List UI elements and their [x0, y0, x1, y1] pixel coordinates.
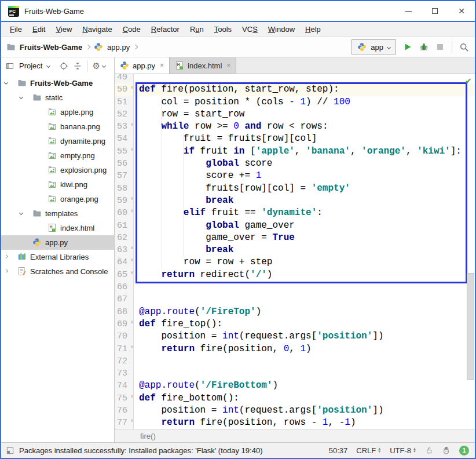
line-number[interactable]: 66: [115, 281, 134, 293]
line-number[interactable]: 58: [115, 183, 134, 195]
code-line-49[interactable]: 49: [115, 74, 475, 83]
tree-item-banana-png[interactable]: banana.png: [1, 119, 114, 134]
check-icon[interactable]: ✔: [464, 76, 472, 86]
code-line-50[interactable]: 50∨def fire(position, start_row, step):: [115, 83, 475, 96]
chevron-down-icon[interactable]: [19, 95, 23, 99]
fold-marker-icon[interactable]: ∧: [129, 245, 135, 251]
vertical-scrollbar[interactable]: [467, 273, 474, 380]
tree-item-external-libraries[interactable]: External Libraries: [1, 250, 114, 264]
fold-marker-icon[interactable]: ∧: [129, 270, 135, 276]
gear-dropdown-arrow-icon[interactable]: [102, 64, 106, 68]
tree-item-orange-png[interactable]: orange.png: [1, 192, 114, 206]
code-line-64[interactable]: 64∧ row = row + step: [115, 256, 475, 268]
line-number[interactable]: 71∧: [115, 343, 134, 355]
chevron-down-icon[interactable]: [4, 81, 8, 85]
fold-marker-icon[interactable]: ∧: [129, 418, 135, 424]
code-line-57[interactable]: 57 score += 1: [115, 170, 475, 182]
line-number[interactable]: 62: [115, 232, 134, 244]
code-line-61[interactable]: 61 global game_over: [115, 220, 475, 232]
close-button[interactable]: ✕: [448, 1, 475, 21]
tab-app-py[interactable]: app.py×: [115, 57, 170, 74]
menu-item-view[interactable]: View: [50, 25, 77, 34]
code-line-53[interactable]: 53∨ while row >= 0 and row < rows:: [115, 121, 475, 133]
tree-item-empty-png[interactable]: empty.png: [1, 148, 114, 163]
line-number[interactable]: 69∨: [115, 318, 134, 330]
menu-item-refactor[interactable]: Refactor: [146, 25, 185, 34]
line-number[interactable]: 64∧: [115, 256, 134, 268]
line-number[interactable]: 60∨: [115, 207, 134, 219]
code-line-69[interactable]: 69∨def fire_top():: [115, 318, 475, 330]
line-number[interactable]: 63∧: [115, 244, 134, 256]
menu-item-help[interactable]: Help: [300, 25, 326, 34]
code-line-77[interactable]: 77∧ return fire(position, rows - 1, -1): [115, 417, 475, 429]
stop-button[interactable]: [435, 42, 445, 52]
code-line-66[interactable]: 66: [115, 281, 475, 293]
code-line-72[interactable]: 72: [115, 355, 475, 367]
code-line-67[interactable]: 67: [115, 293, 475, 305]
maximize-button[interactable]: [422, 1, 448, 21]
fold-marker-icon[interactable]: ∨: [129, 394, 135, 399]
status-message[interactable]: Packages installed successfully: Install…: [19, 446, 262, 455]
tree-item-kiwi-png[interactable]: kiwi.png: [1, 177, 114, 192]
menu-item-window[interactable]: Window: [263, 25, 300, 34]
menu-item-run[interactable]: Run: [185, 25, 209, 34]
run-button[interactable]: [403, 42, 412, 52]
code-line-73[interactable]: 73: [115, 367, 475, 380]
fold-marker-icon[interactable]: ∧: [129, 257, 135, 263]
fold-marker-icon[interactable]: ∨: [129, 85, 135, 90]
line-number[interactable]: 76: [115, 405, 134, 417]
line-number[interactable]: 55∨: [115, 145, 134, 158]
menu-item-vcs[interactable]: VCS: [237, 25, 263, 34]
fold-marker-icon[interactable]: ∨: [129, 147, 135, 152]
locate-icon[interactable]: [59, 61, 68, 71]
tree-item-templates[interactable]: templates: [1, 206, 114, 221]
code-line-52[interactable]: 52 row = start_row: [115, 108, 475, 121]
code-line-60[interactable]: 60∨ elif fruit == 'dynamite':: [115, 207, 475, 219]
fold-marker-icon[interactable]: ∧: [129, 196, 135, 202]
code-line-54[interactable]: 54 fruit = fruits[row][col]: [115, 133, 475, 145]
collapse-all-icon[interactable]: [73, 61, 82, 71]
chevron-right-icon[interactable]: [4, 269, 8, 273]
code-editor[interactable]: 4950∨def fire(position, start_row, step)…: [115, 74, 475, 429]
line-number[interactable]: 56: [115, 158, 134, 170]
menu-item-navigate[interactable]: Navigate: [77, 25, 117, 34]
line-number[interactable]: 59∧: [115, 195, 134, 207]
line-number[interactable]: 50∨: [115, 83, 134, 96]
code-line-76[interactable]: 76 position = int(request.args['position…: [115, 405, 475, 417]
debug-button[interactable]: [419, 42, 429, 52]
breadcrumb-item[interactable]: app.py: [107, 43, 130, 52]
line-number[interactable]: 68: [115, 306, 134, 318]
tab-close-icon[interactable]: ×: [160, 61, 164, 70]
lock-icon[interactable]: [425, 446, 433, 454]
notification-badge[interactable]: 1: [459, 446, 469, 456]
tree-item-fruits-web-game[interactable]: Fruits-Web-Game: [1, 76, 114, 90]
breadcrumb-method[interactable]: fire(): [140, 432, 156, 440]
fold-marker-icon[interactable]: ∧: [129, 344, 135, 350]
fold-marker-icon[interactable]: ∨: [129, 208, 135, 214]
breadcrumb-item[interactable]: Fruits-Web-Game: [20, 43, 82, 52]
tab-index-html[interactable]: Hindex.html×: [170, 57, 236, 74]
tree-item-apple-png[interactable]: apple.png: [1, 105, 114, 119]
line-number[interactable]: 57: [115, 170, 134, 182]
line-number[interactable]: 53∨: [115, 121, 134, 133]
code-line-65[interactable]: 65∧ return redirect('/'): [115, 269, 475, 281]
line-number[interactable]: 72: [115, 355, 134, 367]
inspections-profile-icon[interactable]: [442, 446, 451, 455]
line-number[interactable]: 74: [115, 380, 134, 392]
code-line-58[interactable]: 58 fruits[row][col] = 'empty': [115, 183, 475, 195]
code-line-75[interactable]: 75∨def fire_bottom():: [115, 392, 475, 405]
settings-gear-icon[interactable]: ⚙: [92, 62, 100, 70]
code-line-68[interactable]: 68@app.route('/FireTop'): [115, 306, 475, 318]
line-number[interactable]: 77∧: [115, 417, 134, 429]
tree-item-dynamite-png[interactable]: dynamite.png: [1, 134, 114, 148]
project-panel-title[interactable]: Project: [19, 61, 42, 70]
code-line-56[interactable]: 56 global score: [115, 158, 475, 170]
tree-item-explosion-png[interactable]: explosion.png: [1, 163, 114, 177]
tab-close-icon[interactable]: ×: [226, 61, 230, 70]
code-line-55[interactable]: 55∨ if fruit in ['apple', 'banana', 'ora…: [115, 145, 475, 158]
code-line-74[interactable]: 74@app.route('/FireBottom'): [115, 380, 475, 392]
dropdown-arrow-icon[interactable]: [46, 64, 50, 68]
code-line-71[interactable]: 71∧ return fire(position, 0, 1): [115, 343, 475, 355]
run-configuration-select[interactable]: app: [351, 39, 396, 54]
line-number[interactable]: 49: [115, 74, 134, 83]
